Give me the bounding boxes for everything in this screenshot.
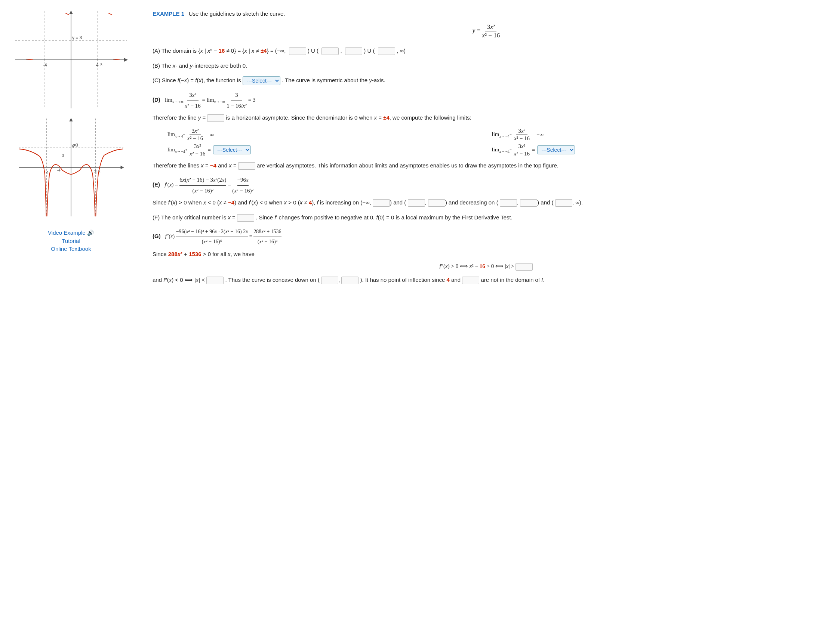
input-g4[interactable] [341,277,359,284]
main-formula: y = 3x² x² − 16 [152,23,820,39]
top-graph: -4 4 y = 3 x [8,8,134,112]
svg-text:4: 4 [95,168,97,172]
input-e4[interactable] [500,199,517,207]
svg-text:-4: -4 [43,63,47,68]
limit-item-4: limx→−4− 3x² x² − 16 = ---Select--- ∞ −∞ [492,143,805,157]
left-panel: -4 4 y = 3 x [0,0,142,644]
input-e5[interactable] [520,199,537,207]
input-e1[interactable] [373,199,390,207]
asymptote-text: Therefore the lines x = −4 and x = are v… [152,161,820,170]
part-d: (D) limx→±∞ 3x² x² − 16 = limx→±∞ 3 1 − … [152,90,820,123]
svg-text:y = 3: y = 3 [72,35,82,40]
input-a2[interactable] [322,47,339,55]
limit-select-1[interactable]: ---Select--- ∞ −∞ [213,145,251,154]
right-panel: EXAMPLE 1 Use the guidelines to sketch t… [142,0,834,644]
input-a1[interactable] [289,47,306,55]
part-e: (E) f′(x) = 6x(x² − 16) − 3x²(2x) (x² − … [152,175,820,207]
left-links: Video Example 🔊 Tutorial Online Textbook [48,229,94,252]
part-a: (A) The domain is {x | x² − 16 ≠ 0} = {x… [152,46,820,56]
input-g2[interactable] [206,277,223,284]
formula-y-equals: y = [472,27,480,34]
limit-item-2: limx→−4− 3x² x² − 16 = −∞ [492,128,805,142]
limits-grid: limx→4+ 3x² x² − 16 = ∞ limx→−4− 3x² x² … [168,128,805,157]
video-example-label: Video Example [48,229,86,236]
svg-text:x: x [100,61,102,66]
input-g1[interactable] [516,263,533,271]
input-f[interactable] [237,214,254,222]
input-g3[interactable] [321,277,338,284]
svg-text:-4: -4 [45,170,48,174]
input-e2[interactable] [408,199,425,207]
input-x-asym[interactable] [238,162,255,170]
tutorial-link[interactable]: Tutorial [62,238,80,244]
video-example-link[interactable]: Video Example 🔊 [48,229,94,236]
limit-select-2[interactable]: ---Select--- ∞ −∞ [537,145,575,154]
input-a4[interactable] [378,47,395,55]
input-g5[interactable] [462,277,479,284]
limit-item-1: limx→4+ 3x² x² − 16 = ∞ [168,128,481,142]
svg-text:4: 4 [96,63,99,68]
input-a3[interactable] [345,47,362,55]
part-b: (B) The x- and y-intercepts are both 0. [152,61,820,71]
input-e6[interactable] [555,199,572,207]
speaker-icon: 🔊 [87,229,94,236]
svg-text:-4: -4 [57,168,61,172]
input-d-y[interactable] [207,115,224,122]
input-e3[interactable] [428,199,445,207]
svg-text:-3: -3 [61,153,64,158]
example-header: EXAMPLE 1 Use the guidelines to sketch t… [152,10,820,17]
part-f: (F) The only critical number is x = . Si… [152,213,820,223]
bottom-graph: -4 4 x y=3 -4 4 y -3 [8,115,134,220]
svg-text:y: y [73,144,75,148]
part-c-select[interactable]: ---Select--- even odd [242,76,280,85]
part-g: (G) f″(x) −96(x² − 16)² + 96x · 2(x² − 1… [152,227,820,284]
part-c: (C) Since f(−x) = f(x), the function is … [152,76,820,85]
formula-fraction: 3x² x² − 16 [482,23,500,39]
example-description: Use the guidelines to sketch the curve. [189,10,285,17]
limit-item-3: limx→−4+ 3x² x² − 16 = ---Select--- ∞ −∞ [168,143,481,157]
example-title: EXAMPLE 1 [152,10,184,17]
online-textbook-link[interactable]: Online Textbook [51,245,91,252]
